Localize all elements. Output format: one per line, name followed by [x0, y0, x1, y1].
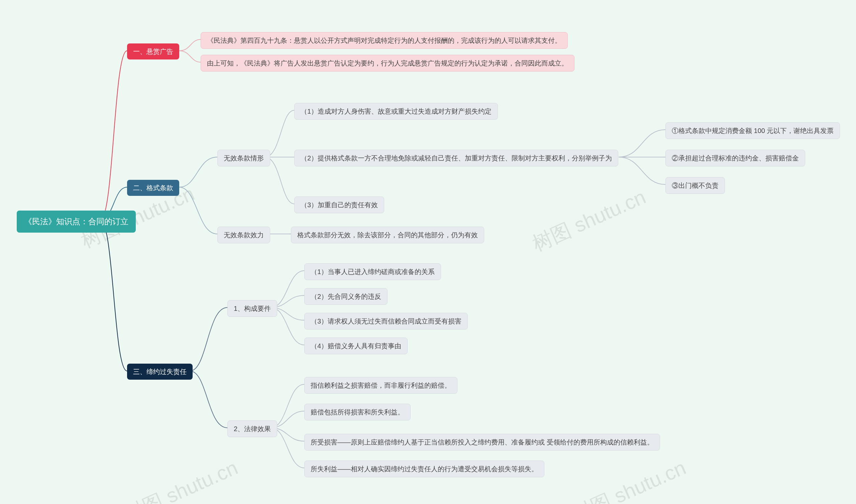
sec2-g1-sub-1[interactable]: ①格式条款中规定消费金额 100 元以下，谢绝出具发票: [665, 122, 840, 139]
sec3-g2-item-3[interactable]: 所受损害——原则上应赔偿缔约人基于正当信赖所投入之缔约费用、准备履约或 受领给付…: [304, 434, 660, 451]
sec3-g1-item-4[interactable]: （4）赔偿义务人具有归责事由: [304, 338, 408, 354]
sec3-g1-item-3[interactable]: （3）请求权人须无过失而信赖合同成立而受有损害: [304, 313, 468, 329]
sec3-group-effects[interactable]: 2、法律效果: [227, 420, 277, 437]
sec3-g2-item-1[interactable]: 指信赖利益之损害赔偿，而非履行利益的赔偿。: [304, 377, 458, 394]
sec2-g1-sub-3[interactable]: ③出门概不负责: [665, 177, 725, 194]
sec2-group-invalid-effect[interactable]: 无效条款效力: [217, 227, 270, 243]
root-node[interactable]: 《民法》知识点：合同的订立: [17, 211, 136, 233]
sec3-g2-item-2[interactable]: 赔偿包括所得损害和所失利益。: [304, 404, 411, 420]
sec2-g1-item-1[interactable]: （1）造成对方人身伤害、故意或重大过失造成对方财产损失约定: [294, 103, 498, 120]
section-2[interactable]: 二、格式条款: [127, 180, 179, 196]
sec1-item-2[interactable]: 由上可知，《民法典》将广告人发出悬赏广告认定为要约，行为人完成悬赏广告规定的行为…: [201, 55, 574, 72]
sec3-group-elements[interactable]: 1、构成要件: [227, 300, 277, 317]
sec3-g1-item-1[interactable]: （1）当事人已进入缔约磋商或准备的关系: [304, 263, 441, 280]
mindmap-canvas: 树图 shutu.cn 树图 shutu.cn 树图 shutu.cn 树图 s…: [0, 0, 856, 504]
sec2-g1-sub-2[interactable]: ②承担超过合理标准的违约金、损害赔偿金: [665, 150, 805, 166]
section-3[interactable]: 三、缔约过失责任: [127, 364, 193, 380]
sec2-g2-item[interactable]: 格式条款部分无效，除去该部分，合同的其他部分，仍为有效: [291, 227, 484, 243]
sec3-g2-item-4[interactable]: 所失利益——相对人确实因缔约过失责任人的行为遭受交易机会损失等损失。: [304, 461, 545, 477]
sec2-group-invalid-situations[interactable]: 无效条款情形: [217, 150, 270, 166]
edge-layer: [0, 0, 856, 504]
watermark: 树图 shutu.cn: [568, 454, 690, 504]
watermark: 树图 shutu.cn: [528, 184, 650, 258]
sec3-g1-item-2[interactable]: （2）先合同义务的违反: [304, 288, 388, 305]
sec2-g1-item-3[interactable]: （3）加重自己的责任有效: [294, 197, 384, 213]
section-1[interactable]: 一、悬赏广告: [127, 43, 179, 59]
sec2-g1-item-2[interactable]: （2）提供格式条款一方不合理地免除或减轻自己责任、加重对方责任、限制对方主要权利…: [294, 150, 618, 166]
sec1-item-1[interactable]: 《民法典》第四百九十九条：悬赏人以公开方式声明对完成特定行为的人支付报酬的，完成…: [201, 32, 568, 49]
watermark: 树图 shutu.cn: [120, 454, 242, 504]
